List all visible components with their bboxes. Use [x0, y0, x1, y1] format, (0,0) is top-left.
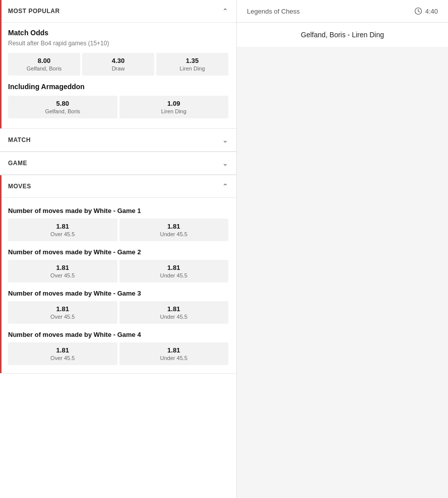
most-popular-label: MOST POPULAR	[8, 8, 60, 15]
moves-label-3-over: Over 45.5	[11, 314, 114, 320]
moves-label-1-under: Under 45.5	[122, 231, 226, 237]
event-header: Legends of Chess 4:40	[237, 0, 448, 23]
match-chevron: ⌄	[222, 136, 228, 144]
including-armageddon-title: Including Armageddon	[8, 83, 228, 91]
match-odds-subtitle: Result after Bo4 rapid games (15+10)	[8, 40, 228, 47]
match-odds-container: Match Odds Result after Bo4 rapid games …	[0, 23, 236, 128]
moves-group-3: Number of moves made by White - Game 3 1…	[8, 290, 228, 324]
match-label: MATCH	[8, 136, 31, 144]
moves-group-4: Number of moves made by White - Game 4 1…	[8, 331, 228, 365]
odds-value-liren: 1.35	[159, 57, 225, 64]
moves-group-4-title: Number of moves made by White - Game 4	[8, 331, 228, 338]
right-panel: Legends of Chess 4:40 Gelfand, Boris - L…	[237, 0, 448, 498]
moves-content: Number of moves made by White - Game 1 1…	[0, 198, 236, 373]
left-panel: MOST POPULAR ⌃ Match Odds Result after B…	[0, 0, 237, 498]
armageddon-cell-gelfand[interactable]: 5.80 Gelfand, Boris	[8, 96, 117, 118]
moves-value-2-under: 1.81	[122, 264, 226, 271]
moves-value-4-under: 1.81	[122, 346, 226, 354]
odds-label-gelfand: Gelfand, Boris	[11, 65, 77, 72]
odds-cell-draw[interactable]: 4.30 Draw	[82, 53, 154, 76]
moves-label-4-under: Under 45.5	[122, 355, 226, 361]
moves-value-1-under: 1.81	[122, 223, 226, 230]
moves-cell-3-over[interactable]: 1.81 Over 45.5	[8, 301, 117, 324]
odds-cell-gelfand[interactable]: 8.00 Gelfand, Boris	[8, 53, 80, 76]
moves-cell-1-over[interactable]: 1.81 Over 45.5	[8, 219, 117, 241]
match-section-header[interactable]: MATCH ⌄	[0, 129, 236, 152]
moves-value-4-over: 1.81	[11, 346, 114, 354]
game-label: GAME	[8, 160, 27, 167]
moves-group-2: Number of moves made by White - Game 2 1…	[8, 248, 228, 282]
moves-value-1-over: 1.81	[11, 223, 114, 230]
odds-cell-liren[interactable]: 1.35 Liren Ding	[156, 53, 228, 76]
match-odds-row: 8.00 Gelfand, Boris 4.30 Draw 1.35 Liren…	[8, 53, 228, 76]
armageddon-label-liren: Liren Ding	[122, 108, 226, 114]
most-popular-header[interactable]: MOST POPULAR ⌃	[0, 0, 236, 23]
odds-value-gelfand: 8.00	[11, 57, 77, 64]
game-chevron: ⌄	[222, 159, 228, 167]
moves-label-2-over: Over 45.5	[11, 272, 114, 278]
match-odds-title: Match Odds	[8, 29, 228, 37]
moves-odds-row-2: 1.81 Over 45.5 1.81 Under 45.5	[8, 260, 228, 282]
moves-odds-row-4: 1.81 Over 45.5 1.81 Under 45.5	[8, 342, 228, 365]
most-popular-chevron: ⌃	[222, 7, 228, 15]
moves-group-3-title: Number of moves made by White - Game 3	[8, 290, 228, 297]
armageddon-value-liren: 1.09	[122, 100, 226, 107]
moves-label-3-under: Under 45.5	[122, 314, 226, 320]
game-section: GAME ⌄	[0, 152, 236, 175]
armageddon-odds-row: 5.80 Gelfand, Boris 1.09 Liren Ding	[8, 96, 228, 118]
moves-group-1-title: Number of moves made by White - Game 1	[8, 207, 228, 215]
moves-cell-2-over[interactable]: 1.81 Over 45.5	[8, 260, 117, 282]
moves-cell-1-under[interactable]: 1.81 Under 45.5	[119, 219, 229, 241]
game-section-header[interactable]: GAME ⌄	[0, 152, 236, 175]
moves-cell-2-under[interactable]: 1.81 Under 45.5	[119, 260, 229, 282]
clock-icon	[414, 7, 422, 15]
moves-label-2-under: Under 45.5	[122, 272, 226, 278]
moves-section: MOVES ⌃ Number of moves made by White - …	[0, 175, 236, 374]
moves-value-3-over: 1.81	[11, 305, 114, 313]
odds-label-draw: Draw	[85, 65, 151, 72]
armageddon-value-gelfand: 5.80	[11, 100, 114, 107]
moves-value-3-under: 1.81	[122, 305, 226, 313]
odds-label-liren: Liren Ding	[159, 65, 225, 72]
moves-group-2-title: Number of moves made by White - Game 2	[8, 248, 228, 256]
moves-label-1-over: Over 45.5	[11, 231, 114, 237]
odds-value-draw: 4.30	[85, 57, 151, 64]
moves-group-1: Number of moves made by White - Game 1 1…	[8, 207, 228, 241]
moves-label-4-over: Over 45.5	[11, 355, 114, 361]
armageddon-cell-liren[interactable]: 1.09 Liren Ding	[119, 96, 229, 118]
most-popular-section: MOST POPULAR ⌃ Match Odds Result after B…	[0, 0, 236, 129]
moves-cell-3-under[interactable]: 1.81 Under 45.5	[119, 301, 229, 324]
event-time: 4:40	[425, 8, 438, 15]
event-time-container: 4:40	[414, 7, 438, 15]
moves-chevron: ⌃	[222, 182, 228, 190]
moves-odds-row-1: 1.81 Over 45.5 1.81 Under 45.5	[8, 219, 228, 241]
moves-label: MOVES	[8, 183, 31, 190]
event-name: Legends of Chess	[247, 8, 300, 15]
match-title: Gelfand, Boris - Liren Ding	[237, 23, 448, 47]
moves-section-header[interactable]: MOVES ⌃	[0, 175, 236, 198]
moves-cell-4-under[interactable]: 1.81 Under 45.5	[119, 342, 229, 365]
moves-odds-row-3: 1.81 Over 45.5 1.81 Under 45.5	[8, 301, 228, 324]
match-section: MATCH ⌄	[0, 129, 236, 152]
moves-cell-4-over[interactable]: 1.81 Over 45.5	[8, 342, 117, 365]
armageddon-label-gelfand: Gelfand, Boris	[11, 108, 114, 114]
svg-line-2	[418, 11, 420, 12]
moves-value-2-over: 1.81	[11, 264, 114, 271]
